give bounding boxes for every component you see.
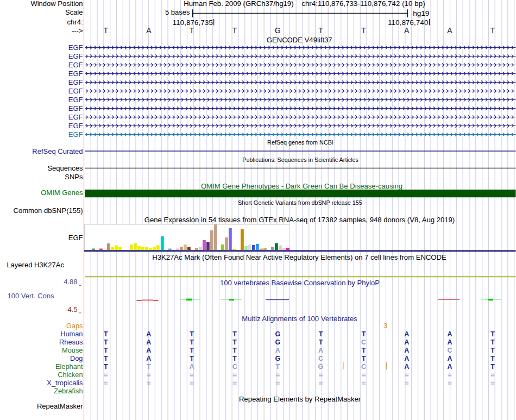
svg-text:110,876,740: 110,876,740 [388, 18, 428, 27]
svg-text:T: T [362, 330, 366, 338]
svg-text:C: C [361, 363, 366, 371]
svg-text:T: T [104, 355, 108, 362]
svg-text:--->: ---> [72, 27, 83, 35]
svg-text:A: A [404, 26, 410, 35]
svg-text:A: A [318, 347, 323, 354]
svg-text:G: G [275, 338, 280, 346]
svg-text:G: G [275, 26, 281, 35]
svg-text:A: A [447, 338, 452, 346]
svg-text:Short Genetic Variants from db: Short Genetic Variants from dbSNP releas… [238, 199, 362, 206]
svg-text:Multiz Alignments of 100 Verte: Multiz Alignments of 100 Vertebrates [242, 315, 357, 323]
svg-text:T: T [104, 347, 108, 354]
svg-text:T: T [361, 26, 366, 35]
svg-text:T: T [190, 330, 194, 338]
svg-text:Mouse: Mouse [62, 346, 83, 354]
svg-text:OMIM Genes: OMIM Genes [41, 189, 83, 197]
svg-text:OMIM Gene Phenotypes - Dark Gr: OMIM Gene Phenotypes - Dark Green Can Be… [201, 182, 402, 190]
svg-text:T: T [490, 347, 495, 354]
svg-text:T: T [232, 355, 237, 362]
svg-text:Dog: Dog [70, 354, 83, 362]
svg-text:C: C [361, 338, 366, 346]
svg-text:4.88: 4.88 [64, 278, 77, 286]
svg-text:Zebrafish: Zebrafish [54, 387, 83, 395]
svg-text:100 Vert. Cons: 100 Vert. Cons [8, 292, 54, 300]
svg-text:T: T [319, 330, 323, 338]
svg-text:T: T [190, 355, 194, 362]
svg-text:chr4:110,876,733-110,876,742 (: chr4:110,876,733-110,876,742 (10 bp) [301, 0, 425, 8]
svg-text:T: T [319, 338, 323, 346]
svg-text:H3K27Ac Mark (Often Found Near: H3K27Ac Mark (Often Found Near Active Re… [152, 253, 446, 261]
svg-text:3: 3 [383, 322, 387, 330]
svg-text:Elephant: Elephant [55, 362, 83, 371]
svg-text:C: C [318, 355, 323, 362]
svg-text:Sequences: Sequences [47, 164, 83, 172]
svg-text:T: T [490, 26, 495, 35]
svg-text:T: T [232, 347, 237, 354]
svg-text:G: G [318, 363, 324, 371]
svg-text:EGF: EGF [68, 104, 83, 112]
svg-text:100 vertebrates Basewise Conse: 100 vertebrates Basewise Conservation by… [220, 279, 380, 287]
svg-text:T: T [104, 338, 108, 346]
svg-text:C: C [447, 347, 452, 354]
svg-text:EGF: EGF [68, 70, 83, 78]
svg-text:T: T [362, 355, 366, 362]
svg-text:A: A [404, 355, 409, 362]
svg-text:A: A [404, 347, 409, 354]
svg-text:EGF: EGF [68, 122, 83, 130]
svg-text:G: G [275, 330, 280, 338]
svg-text:RefSeq genes from NCBI: RefSeq genes from NCBI [267, 139, 333, 146]
svg-text:T: T [275, 363, 280, 371]
svg-text:SNPs: SNPs [65, 173, 83, 181]
svg-text:Window Position: Window Position [30, 0, 83, 8]
svg-text:A: A [447, 355, 452, 362]
svg-text:A: A [404, 338, 409, 346]
svg-text:EGF: EGF [68, 130, 83, 139]
svg-text:Rhesus: Rhesus [59, 338, 83, 346]
svg-text:RepeatMasker: RepeatMasker [37, 402, 83, 410]
svg-text:5 bases: 5 bases [165, 8, 190, 16]
svg-text:C: C [232, 363, 237, 371]
svg-text:chr4:: chr4: [67, 18, 83, 26]
svg-text:A: A [447, 363, 452, 371]
svg-text:T: T [232, 330, 237, 338]
svg-text:T: T [104, 363, 108, 371]
svg-text:A: A [275, 347, 280, 354]
svg-text:EGF: EGF [68, 78, 83, 86]
svg-text:Human Feb. 2009 (GRCh37/hg19): Human Feb. 2009 (GRCh37/hg19) [184, 0, 293, 8]
svg-text:A: A [404, 363, 409, 371]
svg-text:G: G [275, 355, 280, 362]
svg-text:T: T [232, 338, 237, 346]
svg-text:-4.5: -4.5 [65, 305, 77, 314]
svg-text:T: T [490, 355, 495, 362]
svg-text:Gene Expression in 54 tissues: Gene Expression in 54 tissues from GTEx … [144, 216, 455, 224]
svg-text:T: T [490, 338, 495, 346]
svg-text:EGF: EGF [68, 43, 83, 52]
svg-text:T: T [318, 26, 323, 35]
svg-text:A: A [447, 26, 452, 35]
svg-text:A: A [146, 355, 151, 362]
svg-text:X_tropicalis: X_tropicalis [47, 379, 83, 387]
svg-text:T: T [190, 26, 194, 35]
svg-text:T: T [190, 347, 194, 354]
svg-text:hg19: hg19 [413, 9, 429, 17]
svg-text:EGF: EGF [68, 234, 83, 242]
svg-text:A: A [146, 26, 152, 35]
svg-text:T: T [103, 26, 108, 35]
svg-text:A: A [146, 338, 151, 346]
svg-text:110,876,735: 110,876,735 [173, 18, 213, 27]
svg-text:T: T [490, 330, 495, 338]
svg-text:T: T [190, 338, 194, 346]
svg-text:EGF: EGF [68, 113, 83, 121]
svg-text:EGF: EGF [68, 87, 83, 95]
svg-text:T: T [147, 363, 151, 371]
svg-text:T: T [104, 330, 108, 338]
svg-text:A: A [404, 330, 409, 338]
svg-text:Human: Human [60, 330, 83, 338]
svg-text:Scale: Scale [65, 8, 83, 16]
svg-text:Publications: Sequences in Sci: Publications: Sequences in Scientific Ar… [242, 156, 358, 163]
svg-text:A: A [447, 330, 452, 338]
svg-text:T: T [232, 26, 237, 35]
svg-text:T: T [362, 347, 366, 354]
svg-text:Chicken: Chicken [58, 371, 83, 379]
svg-text:A: A [146, 347, 151, 354]
